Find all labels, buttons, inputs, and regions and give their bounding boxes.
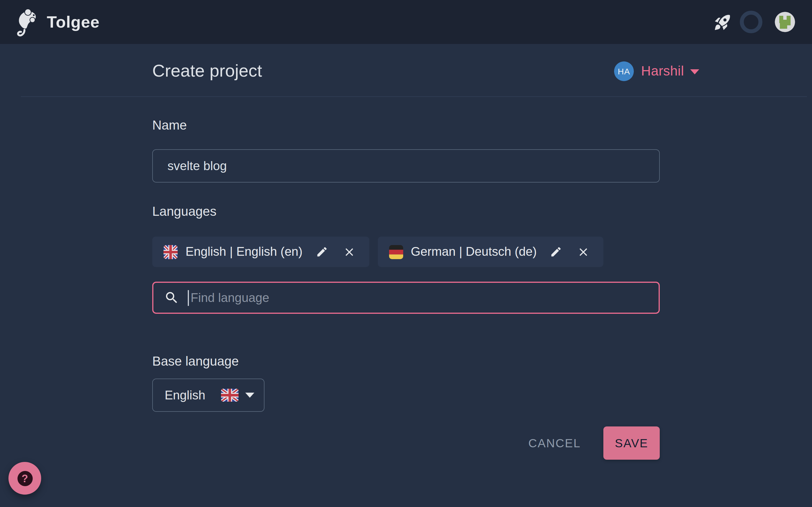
language-chip-german: German | Deutsch (de) (377, 237, 603, 267)
edit-language-button[interactable] (315, 245, 328, 258)
question-mark-icon: ? (17, 471, 33, 486)
pencil-icon (315, 245, 328, 258)
language-chip-label: English | English (en) (186, 244, 303, 259)
save-button[interactable]: SAVE (603, 427, 660, 460)
language-chips-row: English | English (en) (152, 237, 660, 267)
user-name: Harshil (641, 63, 684, 79)
chevron-down-icon (690, 69, 699, 74)
tolgee-mouse-logo-icon (16, 8, 38, 37)
caret-down-icon (245, 393, 254, 398)
search-icon (164, 290, 179, 305)
edit-language-button[interactable] (550, 245, 562, 258)
find-language-box (152, 282, 660, 314)
quickstart-rocket-button[interactable] (713, 13, 732, 31)
remove-language-button[interactable] (577, 245, 590, 258)
loading-ring-icon (740, 11, 762, 33)
user-menu[interactable]: HA Harshil (614, 61, 699, 81)
app-viewport: Tolgee (0, 0, 812, 507)
create-project-form: Name Languages English | English (en) (152, 117, 660, 412)
pixel-identicon-avatar (775, 12, 795, 32)
pencil-icon (550, 245, 562, 258)
form-actions: CANCEL SAVE (152, 427, 660, 460)
header-divider (21, 96, 807, 97)
brand-link[interactable]: Tolgee (16, 7, 100, 37)
base-language-label: Base language (152, 353, 660, 369)
language-chip-english: English | English (en) (152, 237, 369, 267)
language-chip-label: German | Deutsch (de) (411, 244, 537, 259)
uk-flag-icon (163, 245, 177, 259)
page-header: Create project HA Harshil (152, 60, 699, 82)
remove-language-button[interactable] (343, 245, 356, 258)
name-label: Name (152, 117, 660, 133)
german-flag-icon (389, 245, 403, 259)
topbar-right (713, 11, 795, 33)
base-language-select[interactable]: English (152, 379, 264, 412)
base-language-value: English (165, 388, 205, 402)
cancel-button[interactable]: CANCEL (528, 436, 581, 450)
page-title: Create project (152, 61, 262, 81)
close-icon (577, 245, 590, 258)
user-initials-avatar: HA (614, 61, 634, 81)
rocket-launch-icon (713, 13, 732, 31)
languages-label: Languages (152, 203, 660, 219)
account-avatar-button[interactable] (775, 12, 795, 32)
find-language-input[interactable] (189, 290, 649, 305)
close-icon (343, 245, 356, 258)
brand-name: Tolgee (47, 13, 100, 31)
uk-flag-icon (221, 389, 239, 402)
project-name-input[interactable] (152, 149, 660, 182)
help-fab-button[interactable]: ? (8, 462, 41, 495)
topbar: Tolgee (0, 0, 812, 44)
